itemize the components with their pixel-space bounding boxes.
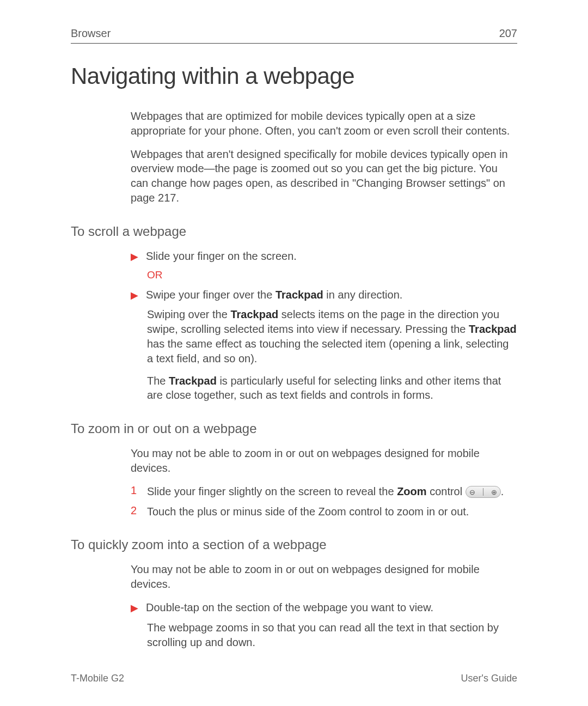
step-number: 1 xyxy=(131,484,139,497)
step-text: Touch the plus or minus side of the Zoom… xyxy=(147,504,517,519)
zoom-paragraph: You may not be able to zoom in or out on… xyxy=(131,446,517,476)
section-heading-quick-zoom: To quickly zoom into a section of a webp… xyxy=(71,537,517,552)
zoom-in-icon: ⊕ xyxy=(491,488,497,497)
zoom-out-icon: ⊖ xyxy=(469,488,475,497)
bullet-text: Slide your finger on the screen. xyxy=(146,249,517,264)
sub-paragraph: The Trackpad is particularly useful for … xyxy=(147,374,517,403)
or-label: OR xyxy=(147,269,517,281)
step-number: 2 xyxy=(131,504,139,517)
bullet-item: ▶ Slide your finger on the screen. xyxy=(131,249,517,264)
triangle-right-icon: ▶ xyxy=(131,602,138,614)
page-footer: T-Mobile G2 User's Guide xyxy=(71,673,517,684)
sub-paragraph: The webpage zooms in so that you can rea… xyxy=(147,620,517,650)
intro-paragraph-1: Webpages that are optimized for mobile d… xyxy=(131,109,517,138)
section-heading-zoom: To zoom in or out on a webpage xyxy=(71,421,517,436)
bullet-item: ▶ Swipe your finger over the Trackpad in… xyxy=(131,288,517,302)
zoom-divider xyxy=(483,488,483,496)
bullet-text: Swipe your finger over the Trackpad in a… xyxy=(146,288,517,302)
bullet-item: ▶ Double-tap on the section of the webpa… xyxy=(131,600,517,615)
header-divider xyxy=(71,43,517,44)
header-section: Browser xyxy=(71,27,111,40)
step-text: Slide your finger slightly on the screen… xyxy=(147,484,517,499)
numbered-item-1: 1 Slide your finger slightly on the scre… xyxy=(131,484,517,499)
sub-paragraph: Swiping over the Trackpad selects items … xyxy=(147,307,517,366)
zoom-control-icon: ⊖ ⊕ xyxy=(465,486,501,498)
page-header: Browser 207 xyxy=(71,27,517,40)
numbered-item-2: 2 Touch the plus or minus side of the Zo… xyxy=(131,504,517,519)
triangle-right-icon: ▶ xyxy=(131,289,138,301)
footer-left: T-Mobile G2 xyxy=(71,673,124,684)
page-title: Navigating within a webpage xyxy=(71,63,517,89)
intro-paragraph-2: Webpages that aren't designed specifical… xyxy=(131,147,517,205)
quick-paragraph: You may not be able to zoom in or out on… xyxy=(131,562,517,592)
page-number: 207 xyxy=(499,27,517,40)
bullet-text: Double-tap on the section of the webpage… xyxy=(146,600,517,615)
triangle-right-icon: ▶ xyxy=(131,251,138,263)
footer-right: User's Guide xyxy=(461,673,517,684)
section-heading-scroll: To scroll a webpage xyxy=(71,224,517,239)
